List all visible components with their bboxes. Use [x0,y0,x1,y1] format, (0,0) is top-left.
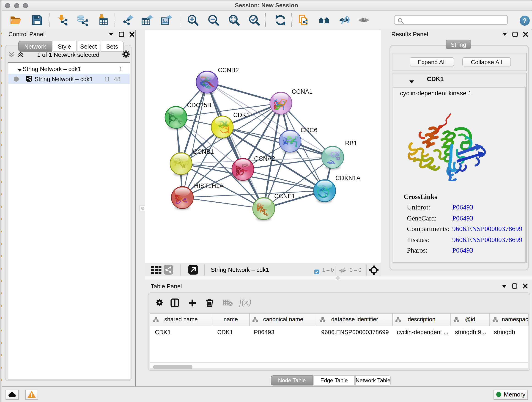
svg-text:CCNA2: CCNA2 [254,155,275,162]
svg-text:CDKN1A: CDKN1A [336,174,361,181]
svg-text:CDC25B: CDC25B [187,102,211,108]
svg-text:CCNB2: CCNB2 [218,66,239,73]
svg-text:CDC6: CDC6 [301,127,317,133]
svg-text:HIST1H1A: HIST1H1A [194,182,224,189]
svg-text:CCNB1: CCNB1 [193,148,214,155]
svg-text:CDK1: CDK1 [233,111,250,118]
svg-text:CCNE1: CCNE1 [274,192,295,199]
svg-text:RB1: RB1 [345,140,357,147]
svg-text:CCNA1: CCNA1 [292,88,313,95]
